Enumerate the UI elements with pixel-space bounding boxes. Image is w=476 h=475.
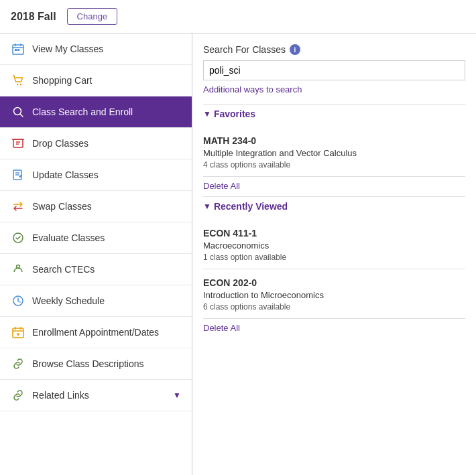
favorites-delete-all[interactable]: Delete All	[203, 181, 465, 191]
sidebar-item-browse-class-descriptions[interactable]: Browse Class Descriptions	[0, 348, 192, 380]
calendar-icon	[11, 42, 25, 56]
favorites-class-code-0: MATH 234-0	[203, 135, 465, 146]
svg-rect-10	[13, 139, 23, 147]
search-magnifier-icon	[11, 105, 25, 119]
svg-point-8	[14, 108, 21, 115]
sidebar-label-shopping-cart: Shopping Cart	[32, 75, 93, 86]
sidebar-label-search-ctecs: Search CTECs	[32, 264, 95, 275]
link-icon	[11, 356, 25, 371]
recently-viewed-class-options-1: 6 class options available	[203, 302, 465, 312]
sidebar-label-related-links: Related Links	[32, 390, 89, 401]
search-input[interactable]	[203, 60, 465, 80]
favorites-class-card-0[interactable]: MATH 234-0 Multiple Integration and Vect…	[203, 130, 465, 177]
page-header: 2018 Fall Change	[0, 0, 476, 33]
sidebar-item-shopping-cart[interactable]: Shopping Cart	[0, 65, 192, 96]
recently-viewed-chevron-icon: ▼	[203, 202, 211, 211]
favorites-chevron-icon: ▼	[203, 109, 211, 119]
svg-point-18	[17, 265, 20, 269]
svg-line-21	[18, 301, 20, 302]
sidebar-label-class-search-enroll: Class Search and Enroll	[32, 107, 133, 117]
cart-icon	[11, 73, 25, 88]
sidebar-item-search-ctecs[interactable]: Search CTECs	[0, 254, 192, 285]
recently-viewed-class-name-1: Introduction to Microeconomics	[203, 290, 465, 300]
main-panel: Search For Classes i Additional ways to …	[192, 33, 476, 475]
sidebar-label-swap-classes: Swap Classes	[32, 201, 92, 212]
recently-viewed-class-name-0: Macroeconomics	[203, 241, 465, 251]
search-label: Search For Classes	[203, 44, 286, 55]
sidebar-item-update-classes[interactable]: Update Classes	[0, 159, 192, 191]
sidebar-item-view-my-classes[interactable]: View My Classes	[0, 33, 192, 65]
additional-search-link[interactable]: Additional ways to search	[203, 84, 465, 94]
clock-icon	[11, 293, 25, 308]
favorites-class-name-0: Multiple Integration and Vector Calculus	[203, 148, 465, 158]
change-button[interactable]: Change	[67, 8, 118, 25]
recently-viewed-title: Recently Viewed	[214, 201, 288, 212]
sidebar-item-evaluate-classes[interactable]: Evaluate Classes	[0, 222, 192, 254]
sidebar-item-related-links[interactable]: Related Links ▼	[0, 380, 192, 411]
sidebar-label-update-classes: Update Classes	[32, 169, 99, 180]
sidebar-label-browse-class-descriptions: Browse Class Descriptions	[32, 358, 144, 369]
chevron-down-icon: ▼	[173, 391, 181, 400]
sidebar-label-evaluate-classes: Evaluate Classes	[32, 232, 105, 243]
sidebar-item-drop-classes[interactable]: Drop Classes	[0, 128, 192, 159]
evaluate-icon	[11, 230, 25, 245]
sidebar-item-swap-classes[interactable]: Swap Classes	[0, 191, 192, 222]
swap-icon	[11, 199, 25, 214]
related-links-left: Related Links	[11, 388, 89, 403]
favorites-header: ▼ Favorites	[203, 104, 465, 123]
sidebar-label-weekly-schedule: Weekly Schedule	[32, 295, 105, 306]
sidebar-label-drop-classes: Drop Classes	[32, 138, 88, 149]
recently-viewed-class-card-1[interactable]: ECON 202-0 Introduction to Microeconomic…	[203, 272, 465, 319]
link2-icon	[11, 388, 25, 403]
recently-viewed-class-options-0: 1 class option available	[203, 253, 465, 262]
recently-viewed-header: ▼ Recently Viewed	[203, 196, 465, 216]
sidebar-item-class-search-enroll[interactable]: Class Search and Enroll	[0, 96, 192, 128]
svg-rect-4	[15, 49, 17, 51]
svg-line-9	[21, 115, 23, 117]
favorites-title: Favorites	[214, 109, 255, 119]
recently-viewed-delete-all[interactable]: Delete All	[203, 323, 465, 333]
ctec-icon	[11, 262, 25, 277]
sidebar: View My Classes Shopping Cart Class S	[0, 33, 192, 475]
sidebar-item-enrollment-appointment[interactable]: Enrollment Appointment/Dates	[0, 317, 192, 348]
recently-viewed-class-code-0: ECON 411-1	[203, 228, 465, 239]
sidebar-label-view-my-classes: View My Classes	[32, 44, 103, 54]
recently-viewed-class-code-1: ECON 202-0	[203, 277, 465, 288]
recently-viewed-class-card-0[interactable]: ECON 411-1 Macroeconomics 1 class option…	[203, 222, 465, 269]
edit-icon	[11, 167, 25, 182]
favorites-section: ▼ Favorites MATH 234-0 Multiple Integrat…	[203, 104, 465, 191]
recently-viewed-section: ▼ Recently Viewed ECON 411-1 Macroeconom…	[203, 196, 465, 333]
drop-icon	[11, 136, 25, 151]
info-icon[interactable]: i	[290, 44, 300, 55]
sidebar-item-weekly-schedule[interactable]: Weekly Schedule	[0, 285, 192, 317]
favorites-class-options-0: 4 class options available	[203, 160, 465, 169]
svg-rect-5	[17, 49, 19, 51]
search-for-classes-header: Search For Classes i	[203, 44, 465, 55]
svg-point-6	[17, 84, 18, 85]
sidebar-label-enrollment-appointment: Enrollment Appointment/Dates	[32, 327, 159, 338]
calendar2-icon	[11, 325, 25, 340]
svg-point-7	[20, 84, 21, 85]
main-layout: View My Classes Shopping Cart Class S	[0, 33, 476, 475]
semester-label: 2018 Fall	[11, 11, 56, 23]
